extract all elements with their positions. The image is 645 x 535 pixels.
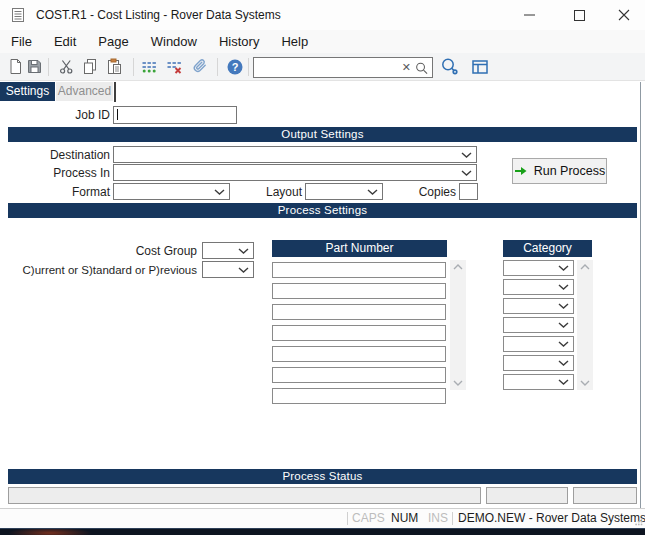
process-settings-header: Process Settings [8,203,637,218]
minimize-icon [524,14,535,16]
copies-input[interactable] [459,183,478,200]
part-number-column-header: Part Number [272,240,447,257]
job-id-input[interactable] [113,106,237,124]
maximize-button[interactable] [557,0,601,30]
toolbar-separator [248,58,249,76]
category-row [503,374,574,390]
statusbar-separator [347,512,348,525]
part-number-input[interactable] [272,388,446,404]
part-number-input[interactable] [272,346,446,362]
category-row [503,260,574,276]
scroll-down-icon[interactable] [453,380,463,386]
insert-rows-button[interactable] [141,58,159,76]
lookup-preview-button[interactable] [440,57,460,77]
search-clear-icon[interactable]: ✕ [398,58,415,77]
category-select[interactable] [503,298,574,314]
cost-type-label: C)urrent or S)tandard or P)revious [0,262,197,279]
chevron-down-icon [238,248,249,254]
menu-window[interactable]: Window [140,30,208,53]
toolbar-separator [217,58,218,76]
menu-help[interactable]: Help [270,30,319,53]
format-label: Format [0,184,110,201]
cost-group-label: Cost Group [0,243,197,260]
cut-button[interactable] [58,58,76,76]
new-document-button[interactable] [7,58,25,76]
scroll-up-icon[interactable] [580,264,590,270]
lookup-preview-icon [440,57,460,77]
category-row [503,298,574,314]
attachment-button[interactable] [192,58,210,76]
part-number-input[interactable] [272,367,446,383]
chevron-down-icon [558,341,569,347]
category-select[interactable] [503,336,574,352]
category-row [503,336,574,352]
menu-file[interactable]: File [0,30,43,53]
menu-history[interactable]: History [208,30,270,53]
paste-icon [106,58,123,75]
category-row [503,279,574,295]
process-status-message [8,487,481,504]
chevron-down-icon [558,360,569,366]
close-button[interactable] [603,0,645,30]
tab-advanced[interactable]: Advanced [56,82,113,101]
chevron-down-icon [558,284,569,290]
window-title: COST.R1 - Cost Listing - Rover Data Syst… [36,0,281,30]
run-process-button[interactable]: Run Process [512,158,607,184]
new-document-icon [7,58,24,75]
session-indicator: DEMO.NEW - Rover Data Systems [458,509,645,528]
text-caret [117,109,118,120]
app-icon [10,7,26,23]
category-select[interactable] [503,355,574,371]
layout-select[interactable] [305,183,383,200]
search-input[interactable] [254,60,398,75]
copy-button[interactable] [82,58,100,76]
toolbar: ? ✕ [0,53,645,81]
save-icon [26,58,43,75]
search-icon[interactable] [415,61,428,75]
category-select[interactable] [503,317,574,333]
insert-mode-indicator: INS [428,509,448,528]
panel-layout-button[interactable] [470,57,490,77]
format-select[interactable] [113,183,230,200]
category-select[interactable] [503,279,574,295]
category-scrollbar[interactable] [577,260,593,390]
part-number-input[interactable] [272,325,446,341]
statusbar-separator [452,512,453,525]
resize-grip-icon[interactable] [634,517,643,526]
process-status-header: Process Status [8,469,637,484]
menu-edit[interactable]: Edit [43,30,87,53]
chevron-down-icon [461,152,472,158]
close-icon [618,9,630,21]
destination-select[interactable] [113,146,477,163]
cost-group-select[interactable] [202,242,254,259]
part-number-row [272,365,446,383]
toolbar-separator [48,58,49,76]
save-button[interactable] [26,58,44,76]
part-number-input[interactable] [272,283,446,299]
chevron-down-icon [558,303,569,309]
window-right-border [640,82,641,508]
menu-bar: File Edit Page Window History Help [0,30,645,53]
delete-rows-button[interactable] [166,58,184,76]
search-box: ✕ [253,57,433,78]
chevron-down-icon [367,189,378,195]
cost-type-select[interactable] [202,261,254,278]
part-number-scrollbar[interactable] [450,260,466,390]
menu-page[interactable]: Page [87,30,139,53]
tab-settings[interactable]: Settings [0,82,55,101]
category-select[interactable] [503,260,574,276]
process-in-select[interactable] [113,164,477,181]
scroll-up-icon[interactable] [453,264,463,270]
scroll-down-icon[interactable] [580,380,590,386]
output-settings-header: Output Settings [8,127,637,142]
minimize-button[interactable] [507,0,551,30]
part-number-list [272,260,446,404]
category-row [503,317,574,333]
paste-button[interactable] [106,58,124,76]
part-number-input[interactable] [272,262,446,278]
part-number-input[interactable] [272,304,446,320]
help-button[interactable]: ? [226,58,244,76]
part-number-row [272,323,446,341]
panel-layout-icon [470,57,490,77]
category-select[interactable] [503,374,574,390]
